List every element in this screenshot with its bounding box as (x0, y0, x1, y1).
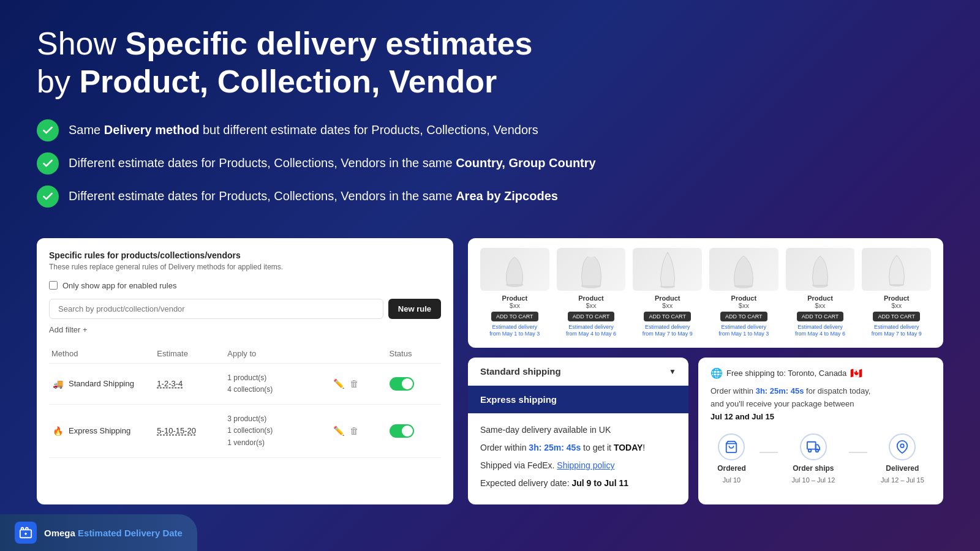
delivered-icon (889, 433, 916, 460)
svg-point-2 (586, 251, 596, 257)
check-icon-2 (37, 152, 59, 174)
canada-flag-icon: 🇨🇦 (850, 367, 862, 379)
checkbox-row[interactable]: Only show app for enabled rules (49, 281, 441, 290)
method-cell-1: 🚚 Standard Shipping (51, 378, 157, 390)
svg-rect-8 (807, 441, 816, 449)
bottom-section: Specific rules for products/collections/… (0, 238, 980, 517)
product-image-1 (480, 248, 549, 291)
shipping-details: Same-day delivery available in UK Order … (468, 414, 688, 504)
table-row: 🔥 Express Shipping 5-10-15-20 3 product(… (49, 405, 441, 458)
express-shipping-text: Express shipping (480, 394, 557, 405)
bullet-item-3: Different estimate dates for Products, C… (37, 186, 943, 208)
left-panel: Specific rules for products/collections/… (37, 238, 453, 504)
timeline-ships: Order ships Jul 10 – Jul 12 (791, 433, 835, 484)
footer-logo (15, 522, 37, 544)
bullet-text-3: Different estimate dates for Products, C… (69, 189, 558, 203)
standard-shipping-icon: 🚚 (51, 378, 64, 390)
standard-apply-line-1: 1 product(s) (227, 372, 333, 384)
estimated-delivery-6: Estimated deliveryfrom May 7 to May 9 (872, 324, 922, 338)
express-apply: 3 product(s) 1 collection(s) 1 vendor(s) (227, 413, 333, 449)
estimated-delivery-4: Estimated deliveryfrom May 1 to May 3 (718, 324, 769, 338)
dropdown-arrow-icon: ▼ (669, 367, 676, 376)
main-title: Show Specific delivery estimates by Prod… (37, 24, 943, 101)
product-price-4: $xx (739, 302, 749, 309)
product-image-5 (786, 248, 855, 291)
standard-shipping-option[interactable]: Standard shipping ▼ (468, 358, 688, 386)
shipping-policy-link[interactable]: Shipping policy (557, 460, 614, 470)
edit-icon-standard[interactable]: ✏️ (333, 378, 345, 389)
info-countdown: 3h: 25m: 45s (756, 386, 804, 395)
globe-icon: 🌐 (710, 367, 723, 379)
timeline-row: Ordered Jul 10 Orde (710, 433, 931, 484)
timeline-ordered: Ordered Jul 10 (717, 433, 746, 484)
enabled-rules-checkbox[interactable] (49, 281, 58, 290)
search-row: New rule (49, 299, 441, 319)
delete-icon-standard[interactable]: 🗑 (350, 378, 359, 389)
estimated-delivery-2: Estimated deliveryfrom May 4 to May 6 (566, 324, 616, 338)
expected-dates: Jul 9 to Jul 11 (571, 478, 628, 488)
table-row: 🚚 Standard Shipping 1-2-3-4 1 product(s)… (49, 364, 441, 405)
express-shipping-option[interactable]: Express shipping (468, 386, 688, 414)
add-to-cart-3[interactable]: ADD TO CART (644, 312, 691, 321)
product-label-1: Product (502, 294, 528, 302)
add-filter[interactable]: Add filter + (49, 325, 441, 334)
products-row: Product $xx ADD TO CART Estimated delive… (468, 238, 943, 348)
express-toggle[interactable] (390, 424, 414, 438)
shipping-detail-4: Expected delivery date: Jul 9 to Jul 11 (480, 477, 676, 490)
standard-shipping-text: Standard shipping (480, 366, 561, 377)
product-card-3: Product $xx ADD TO CART Estimated delive… (633, 248, 702, 338)
panel-title: Specific rules for products/collections/… (49, 250, 441, 260)
connector-2 (849, 452, 867, 453)
express-apply-line-2: 1 collection(s) (227, 425, 333, 437)
standard-shipping-label: Standard Shipping (69, 379, 134, 388)
search-input[interactable] (49, 299, 383, 319)
ships-date: Jul 10 – Jul 12 (791, 476, 835, 484)
ordered-icon (718, 433, 745, 460)
ships-icon (800, 433, 827, 460)
panel-subtitle: These rules replace general rules of Del… (49, 263, 441, 271)
countdown-time: 3h: 25m: 45s (529, 443, 581, 452)
info-dates: Jul 12 and Jul 15 (710, 412, 774, 421)
product-label-6: Product (884, 294, 910, 302)
product-price-1: $xx (510, 302, 520, 309)
connector-1 (760, 452, 778, 453)
product-image-6 (862, 248, 931, 291)
new-rule-button[interactable]: New rule (388, 299, 441, 319)
estimated-delivery-1: Estimated deliveryfrom May 1 to May 3 (489, 324, 540, 338)
delivered-date: Jul 12 – Jul 15 (881, 476, 924, 484)
footer-bar: Omega Estimated Delivery Date (0, 514, 197, 551)
edit-icon-express[interactable]: ✏️ (333, 425, 345, 437)
footer-text: Omega Estimated Delivery Date (44, 528, 183, 538)
product-card-6: Product $xx ADD TO CART Estimated delive… (862, 248, 931, 338)
col-apply: Apply to (227, 349, 333, 358)
svg-point-9 (809, 449, 812, 452)
add-to-cart-4[interactable]: ADD TO CART (720, 312, 767, 321)
standard-toggle[interactable] (390, 377, 414, 391)
product-price-3: $xx (662, 302, 673, 309)
product-price-6: $xx (891, 302, 902, 309)
product-image-2 (557, 248, 626, 291)
estimated-delivery-3: Estimated deliveryfrom May 7 to May 9 (643, 324, 693, 338)
bullet-list: Same Delivery method but different estim… (37, 119, 943, 208)
col-status: Status (390, 349, 439, 358)
shipping-dropdown: Standard shipping ▼ Express shipping (468, 358, 688, 414)
shipping-bottom: Standard shipping ▼ Express shipping Sam… (468, 358, 943, 504)
footer-highlight: Estimated Delivery Date (78, 528, 183, 538)
svg-point-11 (901, 444, 905, 448)
product-image-4 (709, 248, 778, 291)
standard-apply: 1 product(s) 4 collection(s) (227, 372, 333, 395)
info-card-header: 🌐 Free shipping to: Toronto, Canada 🇨🇦 (710, 367, 931, 379)
add-to-cart-1[interactable]: ADD TO CART (491, 312, 538, 321)
add-to-cart-2[interactable]: ADD TO CART (568, 312, 615, 321)
add-to-cart-5[interactable]: ADD TO CART (797, 312, 844, 321)
delivered-label: Delivered (886, 464, 919, 473)
product-price-2: $xx (586, 302, 596, 309)
add-to-cart-6[interactable]: ADD TO CART (873, 312, 920, 321)
timeline-delivered: Delivered Jul 12 – Jul 15 (881, 433, 924, 484)
delete-icon-express[interactable]: 🗑 (350, 425, 359, 436)
info-card-body: Order within 3h: 25m: 45s for dispatch t… (710, 385, 931, 423)
bullet-item-1: Same Delivery method but different estim… (37, 119, 943, 141)
free-shipping-text: Free shipping to: Toronto, Canada (726, 369, 846, 378)
bullet-text-1: Same Delivery method but different estim… (69, 123, 538, 137)
ordered-label: Ordered (717, 464, 746, 473)
